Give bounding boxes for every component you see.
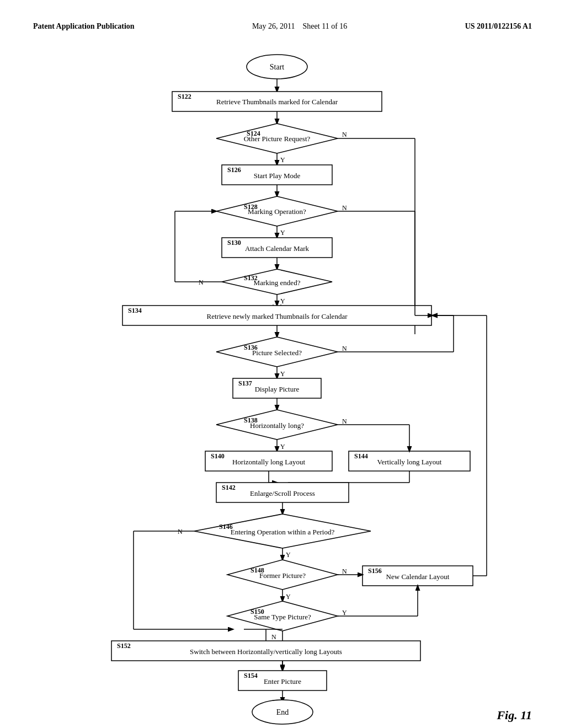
svg-text:Y: Y xyxy=(280,297,285,305)
svg-text:Start: Start xyxy=(270,63,285,71)
header-left: Patent Application Publication xyxy=(33,22,135,31)
svg-text:S144: S144 xyxy=(354,452,368,460)
svg-text:Y: Y xyxy=(280,156,285,164)
svg-text:Y: Y xyxy=(286,551,291,559)
svg-text:S134: S134 xyxy=(128,307,142,314)
svg-text:S140: S140 xyxy=(211,452,225,460)
svg-text:Switch between Horizontally/ve: Switch between Horizontally/vertically l… xyxy=(190,647,342,656)
svg-text:Entering Operation within a Pe: Entering Operation within a Period? xyxy=(231,528,335,536)
svg-text:Y: Y xyxy=(280,229,285,237)
svg-text:S152: S152 xyxy=(117,642,131,650)
svg-text:N: N xyxy=(342,417,347,425)
header-date: May 26, 2011 xyxy=(252,22,295,30)
svg-text:N: N xyxy=(199,279,204,286)
figure-label: Fig. 11 xyxy=(497,708,532,722)
svg-text:Enter Picture: Enter Picture xyxy=(264,677,301,686)
svg-text:Horizontally long Layout: Horizontally long Layout xyxy=(232,458,306,466)
svg-text:S122: S122 xyxy=(178,93,191,100)
svg-text:Vertically long Layout: Vertically long Layout xyxy=(377,458,442,466)
svg-text:Other Picture Request?: Other Picture Request? xyxy=(244,135,311,143)
page: Patent Application Publication May 26, 2… xyxy=(0,0,565,728)
svg-text:Former Picture?: Former Picture? xyxy=(259,571,306,580)
svg-text:S137: S137 xyxy=(238,379,252,387)
header-right: US 2011/0122156 A1 xyxy=(465,22,532,31)
svg-text:Y: Y xyxy=(286,593,291,601)
svg-text:Y: Y xyxy=(342,609,347,617)
svg-text:New Calendar Layout: New Calendar Layout xyxy=(386,572,450,581)
header-center: May 26, 2011 Sheet 11 of 16 xyxy=(252,22,347,31)
svg-text:N: N xyxy=(342,204,347,212)
svg-text:N: N xyxy=(271,633,276,641)
svg-text:Horizontally long?: Horizontally long? xyxy=(250,421,304,430)
svg-text:N: N xyxy=(342,131,347,138)
svg-text:Start Play Mode: Start Play Mode xyxy=(254,172,301,180)
svg-text:Retrieve Thumbnails marked for: Retrieve Thumbnails marked for Calendar xyxy=(216,98,338,106)
svg-text:Enlarge/Scroll Process: Enlarge/Scroll Process xyxy=(250,489,315,497)
svg-text:N: N xyxy=(342,568,347,575)
svg-text:Y: Y xyxy=(280,443,285,451)
svg-text:Marking Operation?: Marking Operation? xyxy=(248,207,306,216)
flowchart-diagram: Start S122 Retrieve Thumbnails marked fo… xyxy=(33,47,532,698)
svg-text:Attach Calendar Mark: Attach Calendar Mark xyxy=(245,244,310,253)
svg-text:S126: S126 xyxy=(227,166,241,174)
svg-text:N: N xyxy=(178,528,183,536)
header-sheet: Sheet 11 of 16 xyxy=(303,22,348,30)
svg-text:Picture Selected?: Picture Selected? xyxy=(252,349,302,357)
svg-text:Y: Y xyxy=(280,370,285,378)
svg-text:S156: S156 xyxy=(368,567,382,575)
svg-text:End: End xyxy=(276,708,289,716)
svg-text:N: N xyxy=(342,345,347,352)
svg-text:S142: S142 xyxy=(222,484,236,491)
svg-text:S154: S154 xyxy=(244,672,258,679)
flowchart-svg: Start S122 Retrieve Thumbnails marked fo… xyxy=(56,47,509,698)
svg-text:Marking ended?: Marking ended? xyxy=(254,279,301,287)
svg-text:Same Type Picture?: Same Type Picture? xyxy=(254,613,311,621)
page-header: Patent Application Publication May 26, 2… xyxy=(33,22,532,31)
svg-text:Retrieve newly marked Thumbnai: Retrieve newly marked Thumbnails for Cal… xyxy=(207,312,348,320)
svg-text:Display Picture: Display Picture xyxy=(255,385,300,393)
svg-text:S130: S130 xyxy=(227,239,241,247)
